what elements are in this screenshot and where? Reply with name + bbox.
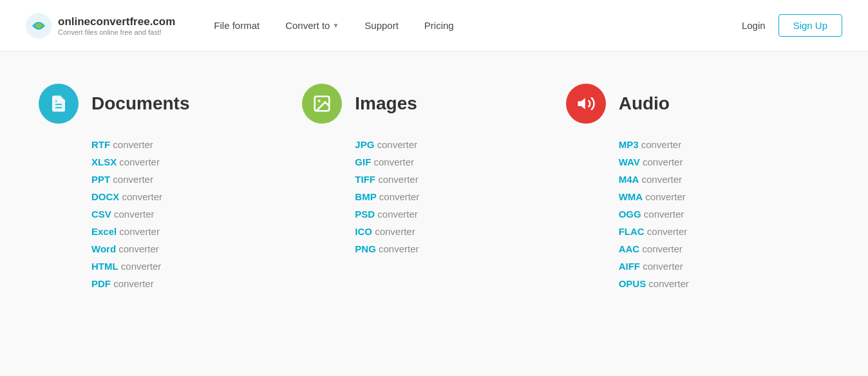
converter-ico[interactable]: ICO converter <box>355 226 546 237</box>
logo[interactable]: onlineconvertfree.com Convert files onli… <box>26 13 175 39</box>
format-name: AAC <box>619 243 640 254</box>
converter-aac[interactable]: AAC converter <box>619 243 810 254</box>
nav-file-format[interactable]: File format <box>214 20 259 31</box>
header-auth: Login Sign Up <box>742 14 842 37</box>
format-name: PPT <box>91 174 110 185</box>
format-name: PDF <box>91 278 111 289</box>
converter-word[interactable]: Word converter <box>91 243 283 254</box>
format-suffix: converter <box>645 226 688 237</box>
format-suffix: converter <box>641 209 684 220</box>
converter-rtf[interactable]: RTF converter <box>91 139 283 150</box>
svg-point-4 <box>318 100 321 102</box>
converter-wav[interactable]: WAV converter <box>619 156 810 167</box>
categories-container: DocumentsRTF converterXLSX converterPPT … <box>39 84 829 289</box>
format-name: PSD <box>355 209 375 220</box>
format-suffix: converter <box>375 209 418 220</box>
login-link[interactable]: Login <box>742 20 766 31</box>
category-header-audio: Audio <box>566 84 810 124</box>
converter-pdf[interactable]: PDF converter <box>91 278 283 289</box>
format-suffix: converter <box>639 139 682 150</box>
converter-flac[interactable]: FLAC converter <box>619 226 810 237</box>
format-suffix: converter <box>117 156 160 167</box>
converter-xlsx[interactable]: XLSX converter <box>91 156 283 167</box>
category-title-documents: Documents <box>91 93 189 114</box>
document-icon <box>39 84 79 124</box>
format-name: DOCX <box>91 191 119 202</box>
format-name: RTF <box>91 139 110 150</box>
converter-tiff[interactable]: TIFF converter <box>355 174 546 185</box>
format-name: BMP <box>355 191 376 202</box>
format-suffix: converter <box>371 156 414 167</box>
format-name: FLAC <box>619 226 645 237</box>
format-suffix: converter <box>110 174 153 185</box>
converter-docx[interactable]: DOCX converter <box>91 191 283 202</box>
converter-mp3[interactable]: MP3 converter <box>619 139 810 150</box>
converter-m4a[interactable]: M4A converter <box>619 174 810 185</box>
format-suffix: converter <box>374 139 417 150</box>
signup-button[interactable]: Sign Up <box>778 14 842 37</box>
audio-icon <box>566 84 606 124</box>
format-suffix: converter <box>372 226 415 237</box>
format-name: Word <box>91 243 116 254</box>
category-title-audio: Audio <box>619 93 670 114</box>
logo-icon <box>26 13 52 39</box>
format-name: CSV <box>91 209 111 220</box>
format-name: OPUS <box>619 278 646 289</box>
format-name: WAV <box>619 156 640 167</box>
format-suffix: converter <box>639 174 682 185</box>
format-name: Excel <box>91 226 117 237</box>
logo-subtitle: Convert files online free and fast! <box>58 28 175 36</box>
category-documents: DocumentsRTF converterXLSX converterPPT … <box>39 84 302 289</box>
nav-pricing[interactable]: Pricing <box>424 20 454 31</box>
format-name: OGG <box>619 209 641 220</box>
format-suffix: converter <box>111 278 154 289</box>
category-images: ImagesJPG converterGIF converterTIFF con… <box>302 84 565 289</box>
converter-html[interactable]: HTML converter <box>91 261 283 272</box>
format-suffix: converter <box>377 191 420 202</box>
svg-marker-5 <box>578 98 585 109</box>
format-suffix: converter <box>376 243 419 254</box>
format-suffix: converter <box>639 243 683 254</box>
converter-csv[interactable]: CSV converter <box>91 209 283 220</box>
logo-title: onlineconvertfree.com <box>58 15 175 28</box>
format-name: JPG <box>355 139 374 150</box>
converter-gif[interactable]: GIF converter <box>355 156 546 167</box>
converter-psd[interactable]: PSD converter <box>355 209 546 220</box>
converter-excel[interactable]: Excel converter <box>91 226 283 237</box>
format-name: MP3 <box>619 139 639 150</box>
format-suffix: converter <box>640 261 683 272</box>
format-suffix: converter <box>643 191 686 202</box>
converter-jpg[interactable]: JPG converter <box>355 139 546 150</box>
format-suffix: converter <box>640 156 683 167</box>
converter-ogg[interactable]: OGG converter <box>619 209 810 220</box>
converter-bmp[interactable]: BMP converter <box>355 191 546 202</box>
format-suffix: converter <box>110 139 153 150</box>
format-name: HTML <box>91 261 118 272</box>
format-name: XLSX <box>91 156 117 167</box>
format-name: ICO <box>355 226 372 237</box>
format-suffix: converter <box>375 174 419 185</box>
format-name: M4A <box>619 174 639 185</box>
format-suffix: converter <box>646 278 689 289</box>
converter-aiff[interactable]: AIFF converter <box>619 261 810 272</box>
converter-png[interactable]: PNG converter <box>355 243 546 254</box>
format-name: TIFF <box>355 174 375 185</box>
format-suffix: converter <box>119 191 162 202</box>
nav-convert-to[interactable]: Convert to ▼ <box>285 20 339 31</box>
category-header-images: Images <box>302 84 546 124</box>
format-name: WMA <box>619 191 643 202</box>
format-suffix: converter <box>118 261 162 272</box>
converter-ppt[interactable]: PPT converter <box>91 174 283 185</box>
converter-list-documents: RTF converterXLSX converterPPT converter… <box>39 139 283 289</box>
main-nav: File format Convert to ▼ Support Pricing <box>214 20 742 31</box>
converter-opus[interactable]: OPUS converter <box>619 278 810 289</box>
format-name: GIF <box>355 156 371 167</box>
category-title-images: Images <box>355 93 417 114</box>
nav-support[interactable]: Support <box>364 20 399 31</box>
format-suffix: converter <box>111 209 155 220</box>
image-icon <box>302 84 342 124</box>
category-audio: AudioMP3 converterWAV converterM4A conve… <box>566 84 829 289</box>
converter-wma[interactable]: WMA converter <box>619 191 810 202</box>
main-content: DocumentsRTF converterXLSX converterPPT … <box>0 52 868 376</box>
converter-list-audio: MP3 converterWAV converterM4A converterW… <box>566 139 810 289</box>
